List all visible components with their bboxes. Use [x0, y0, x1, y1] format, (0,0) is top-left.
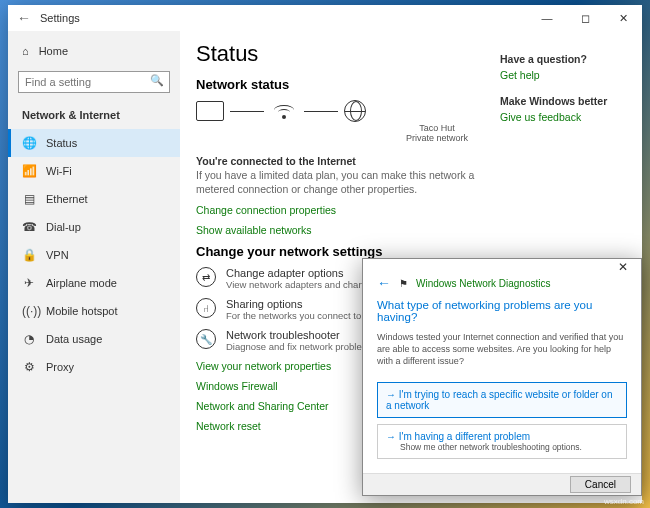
link-get-help[interactable]: Get help [500, 69, 620, 81]
option-text: I'm having a different problem [386, 431, 618, 442]
sidebar-item-datausage[interactable]: ◔Data usage [8, 325, 180, 353]
proxy-icon: ⚙ [22, 360, 36, 374]
sidebar-item-proxy[interactable]: ⚙Proxy [8, 353, 180, 381]
feedback-heading: Make Windows better [500, 95, 620, 107]
vpn-icon: 🔒 [22, 248, 36, 262]
option-title: Network troubleshooter [226, 329, 377, 341]
link-change-connection-properties[interactable]: Change connection properties [196, 204, 626, 216]
link-show-available-networks[interactable]: Show available networks [196, 224, 626, 236]
sidebar-item-label: Status [46, 137, 77, 149]
home-button[interactable]: ⌂ Home [8, 37, 180, 65]
status-icon: 🌐 [22, 136, 36, 150]
close-button[interactable]: ✕ [604, 5, 642, 31]
connector-line [304, 111, 338, 112]
dialog-title: Windows Network Diagnostics [416, 278, 551, 289]
option-sub: Diagnose and fix network problems. [226, 341, 377, 352]
dialog-close-button[interactable]: ✕ [605, 260, 641, 274]
sidebar-item-hotspot[interactable]: ((∙))Mobile hotspot [8, 297, 180, 325]
maximize-button[interactable]: ◻ [566, 5, 604, 31]
help-panel: Have a question? Get help Make Windows b… [500, 53, 620, 137]
sidebar-item-label: Data usage [46, 333, 102, 345]
link-give-feedback[interactable]: Give us feedback [500, 111, 620, 123]
sidebar-item-label: Wi-Fi [46, 165, 72, 177]
search-input[interactable] [18, 71, 170, 93]
sidebar-item-label: Proxy [46, 361, 74, 373]
sidebar-item-ethernet[interactable]: ▤Ethernet [8, 185, 180, 213]
sidebar-item-label: Ethernet [46, 193, 88, 205]
troubleshoot-icon: 🔧 [196, 329, 216, 349]
sidebar-item-label: Airplane mode [46, 277, 117, 289]
titlebar: ← Settings — ◻ ✕ [8, 5, 642, 31]
dialup-icon: ☎ [22, 220, 36, 234]
dialog-question: What type of networking problems are you… [377, 299, 627, 323]
dialog-breadcrumb: ← ⚑ Windows Network Diagnostics [363, 275, 641, 291]
dialog-footer: Cancel [363, 473, 641, 495]
home-label: Home [39, 45, 68, 57]
sidebar-item-vpn[interactable]: 🔒VPN [8, 241, 180, 269]
airplane-icon: ✈ [22, 276, 36, 290]
connected-body: If you have a limited data plan, you can… [196, 168, 476, 196]
device-icon [196, 101, 224, 121]
cancel-button[interactable]: Cancel [570, 476, 631, 493]
option-subtext: Show me other network troubleshooting op… [400, 442, 618, 452]
search-box[interactable]: 🔍 [18, 71, 170, 93]
connected-title: You're connected to the Internet [196, 154, 626, 168]
dialog-option-specific-website[interactable]: I'm trying to reach a specific website o… [377, 382, 627, 418]
sidebar: ⌂ Home 🔍 Network & Internet 🌐Status 📶Wi-… [8, 31, 180, 503]
sidebar-item-wifi[interactable]: 📶Wi-Fi [8, 157, 180, 185]
category-header: Network & Internet [8, 101, 180, 129]
hotspot-icon: ((∙)) [22, 304, 36, 318]
search-icon: 🔍 [150, 74, 164, 87]
back-button[interactable]: ← [8, 10, 40, 26]
sidebar-item-label: Mobile hotspot [46, 305, 118, 317]
connector-line [230, 111, 264, 112]
datausage-icon: ◔ [22, 332, 36, 346]
home-icon: ⌂ [22, 45, 29, 57]
sidebar-item-label: VPN [46, 249, 69, 261]
dialog-info: Windows tested your Internet connection … [377, 331, 627, 367]
sidebar-item-label: Dial-up [46, 221, 81, 233]
sidebar-item-airplane[interactable]: ✈Airplane mode [8, 269, 180, 297]
sidebar-item-dialup[interactable]: ☎Dial-up [8, 213, 180, 241]
dialog-flag-icon: ⚑ [399, 278, 408, 289]
dialog-titlebar: ✕ [363, 259, 641, 275]
dialog-option-different-problem[interactable]: I'm having a different problem Show me o… [377, 424, 627, 459]
wifi-icon: 📶 [22, 164, 36, 178]
window-title: Settings [40, 12, 528, 24]
help-heading: Have a question? [500, 53, 620, 65]
watermark: wsxdn.com [604, 497, 644, 506]
adapter-icon: ⇄ [196, 267, 216, 287]
globe-icon [344, 100, 366, 122]
ethernet-icon: ▤ [22, 192, 36, 206]
option-text: I'm trying to reach a specific website o… [386, 389, 618, 411]
router-wifi-icon [270, 101, 298, 121]
sharing-icon: ⑁ [196, 298, 216, 318]
back-arrow-icon[interactable]: ← [377, 275, 391, 291]
sidebar-item-status[interactable]: 🌐Status [8, 129, 180, 157]
minimize-button[interactable]: — [528, 5, 566, 31]
diagnostics-dialog: ✕ ← ⚑ Windows Network Diagnostics What t… [362, 258, 642, 496]
